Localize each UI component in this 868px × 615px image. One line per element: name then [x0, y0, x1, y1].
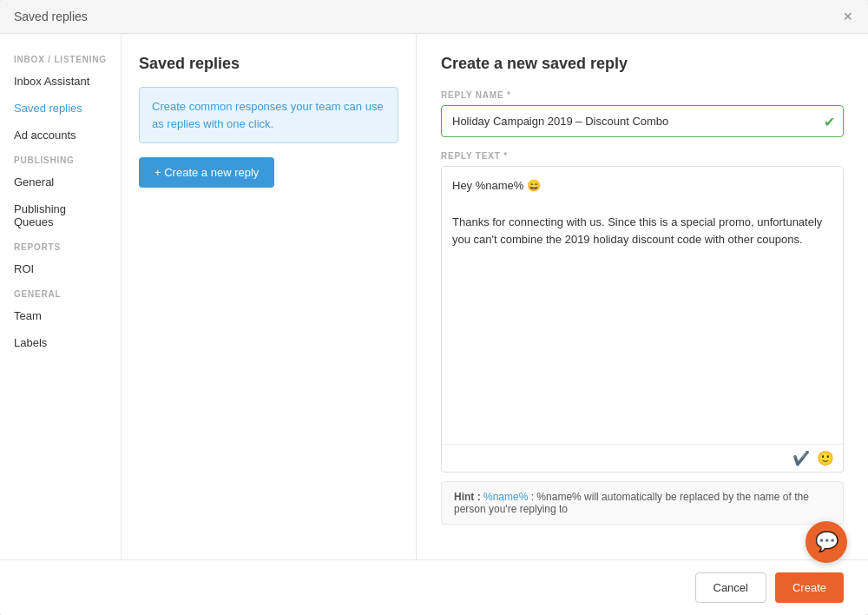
check-circle-icon: ✔️: [792, 450, 810, 466]
sidebar-item-ad-accounts[interactable]: Ad accounts: [0, 122, 121, 149]
reply-textarea[interactable]: Hey %name% 😄 Thanks for connecting with …: [442, 167, 843, 444]
reply-name-input-wrapper: ✔: [441, 105, 844, 137]
modal-title: Saved replies: [14, 10, 88, 23]
section-label-general: GENERAL: [0, 282, 121, 302]
sidebar-item-roi[interactable]: ROI: [0, 255, 121, 282]
textarea-toolbar: ✔️ 🙂: [442, 444, 843, 472]
right-panel-title: Create a new saved reply: [441, 55, 844, 73]
reply-text-group: REPLY TEXT * Hey %name% 😄 Thanks for con…: [441, 151, 844, 525]
modal-footer: Cancel Create: [0, 559, 868, 615]
sidebar-item-publishing-queues[interactable]: Publishing Queues: [0, 195, 121, 235]
reply-name-input[interactable]: [441, 105, 844, 137]
close-button[interactable]: ×: [841, 9, 854, 24]
sidebar-item-general[interactable]: General: [0, 169, 121, 195]
left-panel: Saved replies Create common responses yo…: [122, 34, 417, 559]
chat-bubble-button[interactable]: 💬: [806, 521, 847, 563]
left-panel-title: Saved replies: [139, 55, 398, 73]
chat-bubble-icon: 💬: [815, 531, 838, 553]
reply-text-label: REPLY TEXT *: [441, 151, 844, 161]
modal: Saved replies × INBOX / LISTENING Inbox …: [0, 0, 868, 615]
emoji-icon[interactable]: 🙂: [817, 450, 834, 466]
hint-link: %name%: [483, 491, 528, 503]
reply-form: REPLY NAME * ✔ REPLY TEXT * Hey %name% 😄…: [441, 90, 844, 539]
reply-name-label: REPLY NAME *: [441, 90, 844, 100]
sidebar-item-inbox-assistant[interactable]: Inbox Assistant: [0, 68, 121, 95]
section-label-reports: REPORTS: [0, 235, 121, 255]
right-panel: Create a new saved reply REPLY NAME * ✔ …: [417, 34, 868, 559]
info-box: Create common responses your team can us…: [139, 87, 398, 143]
info-text: Create common responses your team can us…: [152, 100, 384, 130]
input-valid-icon: ✔: [824, 113, 835, 129]
modal-title-bar: Saved replies ×: [0, 0, 868, 34]
section-label-publishing: PUBLISHING: [0, 149, 121, 169]
sidebar-item-team[interactable]: Team: [0, 302, 121, 329]
reply-name-group: REPLY NAME * ✔: [441, 90, 844, 137]
hint-box: Hint : %name% : %name% will automaticall…: [441, 481, 844, 525]
hint-label: Hint :: [454, 491, 481, 503]
create-button[interactable]: Create: [775, 572, 844, 603]
cancel-button[interactable]: Cancel: [695, 572, 766, 603]
sidebar: INBOX / LISTENING Inbox Assistant Saved …: [0, 34, 122, 559]
section-label-inbox: INBOX / LISTENING: [0, 48, 121, 68]
create-new-reply-button[interactable]: + Create a new reply: [139, 157, 274, 188]
modal-body: INBOX / LISTENING Inbox Assistant Saved …: [0, 34, 868, 559]
reply-textarea-wrapper: Hey %name% 😄 Thanks for connecting with …: [441, 166, 844, 473]
sidebar-item-labels[interactable]: Labels: [0, 329, 121, 356]
sidebar-item-saved-replies[interactable]: Saved replies: [0, 95, 121, 122]
